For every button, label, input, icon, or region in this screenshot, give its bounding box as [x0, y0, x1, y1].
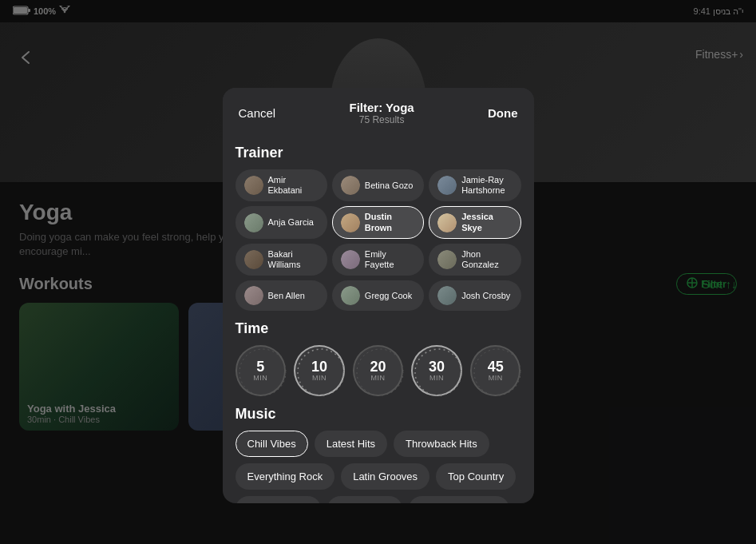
trainer-chip-jamie[interactable]: Jamie-Ray Hartshorne — [429, 169, 520, 201]
trainer-name-jessica: Jessica Skye — [461, 212, 512, 232]
trainer-name-ben: Ben Allen — [268, 291, 305, 301]
svg-point-8 — [357, 349, 403, 395]
trainer-chip-bakari[interactable]: Bakari Williams — [236, 244, 327, 276]
trainer-chip-anja[interactable]: Anja Garcia — [236, 206, 327, 238]
trainer-chip-jessica[interactable]: Jessica Skye — [429, 206, 520, 238]
trainer-avatar-dustin — [341, 213, 360, 232]
svg-point-9 — [415, 349, 461, 395]
trainer-avatar-jhon — [437, 250, 457, 269]
music-chip-pure-piano[interactable]: Pure Piano — [327, 496, 402, 503]
trainer-avatar-bakari — [244, 250, 263, 269]
trainer-chip-jhon[interactable]: Jhon Gonzalez — [429, 244, 520, 276]
trainer-name-gregg: Gregg Cook — [365, 291, 412, 301]
time-circles: 5 MIN 10 MIN 20 MIN — [236, 345, 521, 396]
trainer-name-josh: Josh Crosby — [461, 291, 510, 301]
trainer-chip-emily[interactable]: Emily Fayette — [332, 244, 424, 276]
music-chip-upbeat-anthems[interactable]: Upbeat Anthems — [409, 496, 509, 503]
modal-cancel-button[interactable]: Cancel — [239, 106, 276, 120]
time-circle-20[interactable]: 20 MIN — [353, 345, 404, 396]
trainer-avatar-betina — [341, 176, 360, 195]
music-chip-hip-hop[interactable]: Hip Hop/R&B — [236, 496, 321, 503]
music-chip-latest-hits[interactable]: Latest Hits — [315, 431, 387, 457]
trainer-avatar-jessica — [437, 213, 457, 232]
time-circle-5[interactable]: 5 MIN — [236, 345, 287, 396]
trainer-avatar-anja — [244, 213, 263, 232]
trainer-avatar-jamie — [437, 176, 457, 195]
trainer-grid: Amir Ekbatani Betina Gozo Jamie-Ray Hart… — [236, 169, 521, 311]
time-circle-45[interactable]: 45 MIN — [470, 345, 521, 396]
trainer-avatar-josh — [437, 286, 457, 305]
trainer-name-bakari: Bakari Williams — [268, 249, 319, 270]
trainer-avatar-amir — [244, 176, 263, 195]
modal-title-block: Filter: Yoga 75 Results — [350, 101, 414, 125]
svg-point-10 — [474, 349, 520, 395]
time-section-title: Time — [236, 320, 521, 337]
modal-title: Filter: Yoga — [350, 101, 414, 114]
trainer-name-jhon: Jhon Gonzalez — [461, 249, 512, 270]
trainer-name-jamie: Jamie-Ray Hartshorne — [461, 175, 512, 196]
trainer-chip-betina[interactable]: Betina Gozo — [332, 169, 424, 201]
modal-header: Cancel Filter: Yoga 75 Results Done — [223, 88, 534, 129]
trainer-name-emily: Emily Fayette — [365, 249, 415, 270]
trainer-chip-dustin[interactable]: Dustin Brown — [332, 206, 424, 238]
music-chip-throwback-hits[interactable]: Throwback Hits — [394, 431, 489, 457]
music-chip-everything-rock[interactable]: Everything Rock — [236, 463, 335, 490]
modal-done-button[interactable]: Done — [488, 106, 518, 120]
filter-modal: Cancel Filter: Yoga 75 Results Done Trai… — [223, 88, 534, 503]
music-chip-chill-vibes[interactable]: Chill Vibes — [236, 431, 308, 457]
trainer-avatar-ben — [244, 286, 263, 305]
trainer-name-dustin: Dustin Brown — [365, 212, 415, 232]
trainer-name-anja: Anja Garcia — [268, 217, 314, 228]
svg-point-7 — [298, 349, 344, 395]
music-chips: Chill Vibes Latest Hits Throwback Hits E… — [236, 431, 521, 503]
music-chip-top-country[interactable]: Top Country — [436, 463, 516, 490]
time-circle-10[interactable]: 10 MIN — [294, 345, 345, 396]
time-circle-30[interactable]: 30 MIN — [411, 345, 462, 396]
trainer-section-title: Trainer — [236, 145, 521, 161]
trainer-chip-josh[interactable]: Josh Crosby — [429, 280, 520, 311]
modal-body: Trainer Amir Ekbatani Betina Gozo Jamie-… — [223, 129, 534, 503]
music-section-title: Music — [236, 406, 521, 423]
svg-point-6 — [239, 349, 286, 395]
modal-results: 75 Results — [350, 114, 414, 125]
trainer-name-amir: Amir Ekbatani — [268, 175, 319, 196]
trainer-chip-ben[interactable]: Ben Allen — [236, 280, 327, 311]
music-chip-latin-grooves[interactable]: Latin Grooves — [341, 463, 429, 490]
trainer-avatar-emily — [341, 250, 360, 269]
trainer-chip-amir[interactable]: Amir Ekbatani — [236, 169, 327, 201]
trainer-avatar-gregg — [341, 286, 360, 305]
trainer-chip-gregg[interactable]: Gregg Cook — [332, 280, 424, 311]
trainer-name-betina: Betina Gozo — [365, 181, 414, 191]
